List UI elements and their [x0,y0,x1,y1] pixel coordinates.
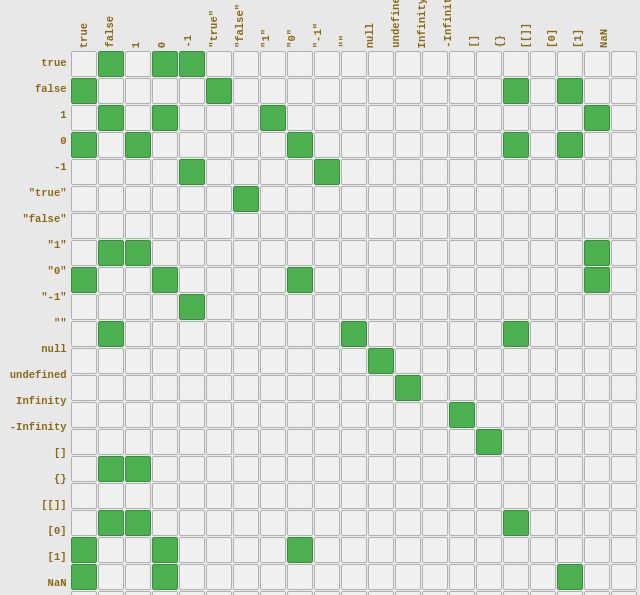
cell-15-17 [530,456,556,482]
cell-6-17 [530,213,556,239]
cell-18-0 [71,537,97,563]
cell-5-16 [503,186,529,212]
col-label-15: [] [461,0,487,50]
cell-11-2 [125,348,151,374]
cell-0-11 [368,51,394,77]
cell-20-9 [314,591,340,596]
cell-17-2 [125,510,151,536]
cell-9-9 [314,294,340,320]
cell-16-14 [449,483,475,509]
cell-12-14 [449,375,475,401]
cell-20-11 [368,591,394,596]
cell-6-1 [98,213,124,239]
cell-4-11 [368,159,394,185]
row-label-7: "1" [3,232,71,258]
cell-18-18 [557,537,583,563]
cell-5-0 [71,186,97,212]
cell-13-4 [179,402,205,428]
cell-1-11 [368,78,394,104]
cell-6-5 [206,213,232,239]
cell-2-13 [422,105,448,131]
cell-12-9 [314,375,340,401]
cell-1-1 [98,78,124,104]
cell-15-9 [314,456,340,482]
col-label-17: [[]] [513,0,539,50]
cell-17-7 [260,510,286,536]
cell-20-5 [206,591,232,596]
cell-18-16 [503,537,529,563]
cell-7-1 [98,240,124,266]
cell-17-1 [98,510,124,536]
cell-18-6 [233,537,259,563]
cell-10-12 [395,321,421,347]
cell-14-14 [449,429,475,455]
cell-18-11 [368,537,394,563]
col-label-2: 1 [123,0,149,50]
grid-row-9 [71,293,638,320]
cell-10-14 [449,321,475,347]
cell-15-7 [260,456,286,482]
cell-0-1 [98,51,124,77]
grid-row-4 [71,158,638,185]
cell-6-15 [476,213,502,239]
cell-5-18 [557,186,583,212]
cell-0-13 [422,51,448,77]
cell-1-19 [584,78,610,104]
cell-1-12 [395,78,421,104]
grid-row-13 [71,401,638,428]
row-label-12: undefined [3,362,71,388]
cell-14-1 [98,429,124,455]
cell-13-0 [71,402,97,428]
cell-18-5 [206,537,232,563]
cell-17-4 [179,510,205,536]
cell-20-1 [98,591,124,596]
cell-6-10 [341,213,367,239]
cell-2-5 [206,105,232,131]
col-label-18: [0] [539,0,565,50]
cell-11-7 [260,348,286,374]
cell-10-17 [530,321,556,347]
cell-0-15 [476,51,502,77]
cell-17-16 [503,510,529,536]
cell-14-7 [260,429,286,455]
cell-1-13 [422,78,448,104]
cell-11-4 [179,348,205,374]
cell-13-11 [368,402,394,428]
cell-2-12 [395,105,421,131]
cell-19-18 [557,564,583,590]
grid-row-16 [71,482,638,509]
cell-6-8 [287,213,313,239]
cell-7-5 [206,240,232,266]
cell-15-19 [584,456,610,482]
row-label-0: true [3,50,71,76]
cell-7-12 [395,240,421,266]
cell-19-11 [368,564,394,590]
cell-14-3 [152,429,178,455]
cell-8-1 [98,267,124,293]
cell-5-9 [314,186,340,212]
cell-20-16 [503,591,529,596]
cell-1-18 [557,78,583,104]
cell-20-4 [179,591,205,596]
cell-12-16 [503,375,529,401]
cell-4-14 [449,159,475,185]
cell-14-10 [341,429,367,455]
cell-3-20 [611,132,637,158]
cell-17-3 [152,510,178,536]
cell-1-17 [530,78,556,104]
cell-14-15 [476,429,502,455]
cell-11-18 [557,348,583,374]
cell-14-13 [422,429,448,455]
cell-9-12 [395,294,421,320]
cell-18-3 [152,537,178,563]
cell-15-16 [503,456,529,482]
row-label-11: null [3,336,71,362]
cell-19-19 [584,564,610,590]
cell-14-4 [179,429,205,455]
cell-10-4 [179,321,205,347]
col-label-13: Infinity [409,0,435,50]
cell-3-18 [557,132,583,158]
cell-20-20 [611,591,637,596]
col-label-19: [1] [565,0,591,50]
cell-4-19 [584,159,610,185]
